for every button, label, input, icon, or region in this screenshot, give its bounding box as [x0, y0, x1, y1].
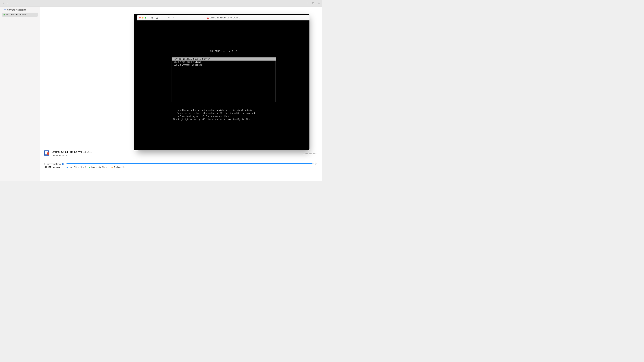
vm-spec-labels: 2 Processor Cores i 4096 MB Memory — [44, 163, 64, 168]
sidebar-item-vm[interactable]: Ubuntu 64-bit Arm Ser... — [2, 12, 38, 16]
snapshot-button[interactable] — [156, 16, 158, 19]
vm-display-region: Ubuntu 64-bit Arm Server 24.04.1 GNU GRU… — [40, 6, 322, 147]
window-icon — [312, 2, 314, 4]
add-vm-button[interactable]: + — [2, 1, 5, 5]
legend-snap-value: 0 bytes — [102, 166, 108, 168]
chevron-down-icon — [7, 3, 8, 4]
fusion-logo-icon — [44, 150, 49, 156]
svg-rect-6 — [152, 17, 152, 18]
sidebar: VIRTUAL MACHINES Ubuntu 64-bit Arm Ser..… — [0, 6, 40, 181]
vm-status-panel: Ubuntu 64-bit Arm Server 24.04.1 Ubuntu … — [40, 147, 322, 170]
pause-icon — [152, 17, 153, 18]
disk-usage-bar[interactable] — [66, 163, 314, 164]
legend-snapshots: Snapshots 0 bytes — [89, 166, 108, 168]
info-icon[interactable]: i — [62, 163, 64, 165]
vm-window-title: Ubuntu 64-bit Arm Server 24.04.1 — [207, 16, 240, 19]
sidebar-item-label: Ubuntu 64-bit Arm Ser... — [6, 13, 28, 16]
chevron-right-icon — [173, 17, 174, 18]
grub-hint-text: Use the ▲ and ▼ keys to select which ent… — [173, 109, 256, 121]
vm-status-titles: Ubuntu 64-bit Arm Server 24.04.1 Ubuntu … — [52, 150, 301, 157]
dot-icon — [111, 167, 112, 168]
grub-entry-uefi[interactable]: UEFI Firmware Settings — [172, 63, 276, 66]
wrench-icon — [318, 2, 320, 4]
toolbar-window-button[interactable] — [312, 1, 315, 5]
vm-doc-icon — [207, 17, 209, 18]
add-vm-dropdown[interactable] — [6, 1, 9, 5]
vm-cores-label: 2 Processor Cores — [44, 163, 61, 165]
grub-entry-next-volume[interactable]: Boot from next volume — [172, 61, 276, 64]
vm-status-header: Ubuntu 64-bit Arm Server 24.04.1 Ubuntu … — [44, 150, 316, 160]
next-button[interactable] — [172, 16, 175, 19]
vm-window-title-text: Ubuntu 64-bit Arm Server 24.04.1 — [210, 16, 240, 19]
toolbar-tools-button[interactable] — [317, 1, 320, 5]
legend-snap-label: Snapshots — [91, 166, 101, 168]
sidebar-section-title: VIRTUAL MACHINES — [7, 9, 26, 11]
play-icon — [3, 14, 5, 15]
toolbar-left-group: + — [2, 1, 9, 5]
main-area: VIRTUAL MACHINES Ubuntu 64-bit Arm Ser..… — [0, 6, 322, 181]
disk-usage-fill — [66, 163, 312, 164]
toolbar-columns-button[interactable] — [306, 1, 309, 5]
vm-cores-row: 2 Processor Cores i — [44, 163, 64, 165]
disk-usage-bar-wrap: ✕ — [66, 163, 316, 165]
dot-icon — [66, 167, 68, 168]
content-column: Ubuntu 64-bit Arm Server 24.04.1 GNU GRU… — [40, 6, 322, 181]
legend-reclaimable: Reclaimable — [111, 166, 124, 168]
svg-point-9 — [157, 17, 158, 18]
legend-hd-value: 2.6 MB — [80, 166, 86, 168]
legend-hd-label: Hard Disks — [68, 166, 78, 168]
sidebar-section-header: VIRTUAL MACHINES — [0, 8, 40, 12]
vm-status-subtitle: Ubuntu 64-bit Arm — [52, 155, 301, 157]
close-button[interactable] — [139, 17, 141, 18]
toolbar-right-group — [306, 1, 320, 5]
legend-reclaim-label: Reclaimable — [114, 166, 124, 168]
svg-rect-3 — [312, 3, 314, 4]
monitor-icon — [4, 9, 6, 11]
svg-rect-7 — [152, 17, 153, 18]
dot-icon — [89, 167, 90, 168]
plus-icon: + — [3, 2, 4, 4]
fullscreen-button[interactable] — [145, 17, 146, 18]
svg-rect-1 — [308, 2, 308, 4]
vm-memory-label: 4096 MB Memory — [44, 166, 60, 168]
vm-metrics-row: 2 Processor Cores i 4096 MB Memory ✕ — [44, 160, 316, 170]
disk-legend: Hard Disks 2.6 MB Snapshots 0 bytes Recl… — [66, 166, 316, 168]
grub-version-line: GNU GRUB version 2.12 — [137, 50, 310, 53]
vm-settings-button[interactable] — [167, 16, 170, 19]
legend-hard-disks: Hard Disks 2.6 MB — [66, 166, 86, 168]
columns-icon — [306, 2, 308, 4]
vm-status-title: Ubuntu 64-bit Arm Server 24.04.1 — [52, 150, 301, 154]
vm-note-placeholder[interactable]: Add a note here — [304, 152, 316, 155]
pause-vm-button[interactable] — [151, 16, 154, 19]
traffic-lights — [139, 17, 146, 18]
minimize-button[interactable] — [142, 17, 144, 18]
snapshot-icon — [156, 17, 158, 18]
disk-usage-end-icon[interactable]: ✕ — [314, 163, 316, 165]
app-toolbar: + — [0, 0, 322, 6]
vm-console[interactable]: GNU GRUB version 2.12 *Try or Install Ub… — [137, 20, 310, 150]
vm-window-titlebar[interactable]: Ubuntu 64-bit Arm Server 24.04.1 — [137, 15, 310, 20]
grub-menu-box: *Try or Install Ubuntu Server Boot from … — [172, 57, 276, 102]
wrench-icon — [168, 16, 170, 18]
vm-memory-row: 4096 MB Memory — [44, 166, 64, 168]
grub-entry-try-install[interactable]: *Try or Install Ubuntu Server — [172, 58, 276, 61]
vm-console-window: Ubuntu 64-bit Arm Server 24.04.1 GNU GRU… — [137, 15, 310, 150]
svg-rect-0 — [307, 2, 308, 4]
